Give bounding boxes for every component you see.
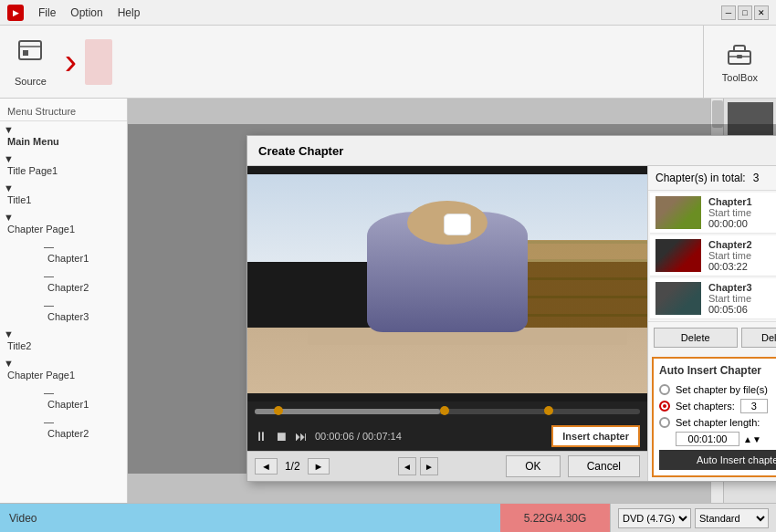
source-icon — [16, 37, 45, 72]
chapter-action-buttons: Delete Delete All — [648, 321, 776, 353]
list-item[interactable]: Chapter1 Start time 00:00:00 — [650, 193, 776, 234]
source-button[interactable]: Source — [0, 26, 61, 98]
tree-chapter2-t2[interactable]: — Chapter2 — [0, 413, 127, 443]
arrow-left-button[interactable]: ◄ — [398, 457, 416, 475]
status-size: 5.22G/4.30G — [500, 504, 610, 532]
radio-set-length-label: Set chapter length: — [676, 417, 760, 428]
chapter-list: Chapter1 Start time 00:00:00 Chapter2 St… — [648, 191, 776, 321]
chapter1-thumb — [655, 196, 701, 229]
chapter3-info: Chapter3 Start time 00:05:06 — [708, 282, 752, 315]
window-controls: ─ □ ✕ — [721, 5, 769, 20]
radio-row-length: Set chapter length: — [659, 415, 776, 430]
tree-main-menu[interactable]: ▼ Main Menu — [0, 121, 127, 151]
chapter3-thumb — [655, 282, 701, 315]
page-indicator: 1/2 — [285, 460, 300, 473]
auto-insert-section: Auto Insert Chapter Set chapter by file(… — [652, 357, 776, 477]
status-bar: Video 5.22G/4.30G DVD (4.7G) DVD (8.5G) … — [0, 503, 776, 532]
radio-set-chapters-label: Set chapters: — [676, 401, 735, 412]
chapter3-time-label: Start time — [708, 293, 752, 304]
toolbar: Source › ToolBox — [0, 26, 776, 99]
chapter-total-label: Chapter(s) in total: — [655, 172, 746, 184]
chapter3-time: 00:05:06 — [708, 304, 752, 315]
chapter2-thumb — [655, 239, 701, 272]
tree-title1[interactable]: ▼ Title1 — [0, 180, 127, 209]
radio-by-file-label: Set chapter by file(s) — [676, 384, 768, 395]
status-dvd: DVD (4.7G) DVD (8.5G) Standard Widescree… — [610, 504, 776, 532]
list-item[interactable]: Chapter2 Start time 00:03:22 — [650, 235, 776, 276]
status-video-label: Video — [0, 504, 500, 532]
source-label: Source — [15, 76, 47, 87]
video-area: ⏸ ⏹ ⏭ 00:00:06 / 00:07:14 Insert chapter… — [247, 166, 647, 481]
dvd-size-select[interactable]: DVD (4.7G) DVD (8.5G) — [618, 508, 691, 528]
tree-chapter-page1-t1[interactable]: ▼ Chapter Page1 — [0, 209, 127, 238]
sidebar: Menu Structure ▼ Main Menu ▼ Title Page1… — [0, 99, 128, 503]
ok-button[interactable]: OK — [506, 455, 560, 477]
nav-row: ◄ 1/2 ► ◄ ► OK Cancel — [247, 451, 647, 481]
chapter2-name: Chapter2 — [708, 239, 752, 250]
dialog-title-bar: Create Chapter ✕ — [247, 136, 776, 166]
svg-rect-0 — [19, 41, 41, 59]
radio-set-length[interactable] — [659, 417, 670, 428]
tree-chapter2-t1[interactable]: — Chapter2 — [0, 267, 127, 297]
chapter-length-input[interactable] — [676, 432, 739, 446]
nav-arrows: ◄ ► — [398, 457, 438, 475]
dialog-title-text: Create Chapter — [258, 144, 343, 158]
pause-button[interactable]: ⏸ — [255, 429, 267, 443]
chapter1-name: Chapter1 — [708, 196, 752, 207]
dialog-body: ⏸ ⏹ ⏭ 00:00:06 / 00:07:14 Insert chapter… — [247, 166, 776, 481]
create-chapter-dialog: Create Chapter ✕ — [246, 135, 776, 482]
radio-row-chapters: Set chapters: — [659, 397, 776, 415]
tree-title-page1[interactable]: ▼ Title Page1 — [0, 151, 127, 180]
arrow-right-button[interactable]: ► — [420, 457, 438, 475]
auto-insert-title: Auto Insert Chapter — [659, 364, 776, 377]
delete-button[interactable]: Delete — [654, 328, 738, 348]
chapters-count-input[interactable] — [740, 399, 768, 413]
stop-button[interactable]: ⏹ — [275, 429, 288, 443]
chapter-total-count: 3 — [753, 172, 760, 184]
chapter2-info: Chapter2 Start time 00:03:22 — [708, 239, 752, 272]
toolbox-icon — [725, 40, 754, 72]
next-page-button[interactable]: ► — [308, 458, 330, 475]
minimize-button[interactable]: ─ — [721, 5, 736, 20]
radio-by-file[interactable] — [659, 384, 670, 395]
prev-page-button[interactable]: ◄ — [255, 458, 278, 475]
sidebar-header: Menu Structure — [0, 102, 127, 121]
svg-rect-2 — [23, 50, 28, 56]
radio-set-chapters[interactable] — [659, 401, 670, 412]
list-item[interactable]: Chapter3 Start time 00:05:06 — [650, 278, 776, 319]
close-button[interactable]: ✕ — [754, 5, 769, 20]
chapter1-info: Chapter1 Start time 00:00:00 — [708, 196, 752, 229]
chapter-total: Chapter(s) in total: 3 — [648, 166, 776, 191]
standard-select[interactable]: Standard Widescreen — [695, 508, 769, 528]
svg-rect-5 — [737, 55, 742, 58]
insert-chapter-button[interactable]: Insert chapter — [551, 425, 640, 447]
time-display: 00:00:06 / 00:07:14 — [315, 431, 544, 442]
delete-all-button[interactable]: Delete All — [741, 328, 777, 348]
toolbox-section[interactable]: ToolBox — [703, 26, 776, 98]
toolbar-arrow: › — [61, 26, 80, 98]
tree-chapter3-t1[interactable]: — Chapter3 — [0, 297, 127, 326]
chapter2-time: 00:03:22 — [708, 261, 752, 272]
progress-bar[interactable] — [255, 409, 640, 414]
video-player[interactable] — [247, 166, 647, 402]
toolbox-label: ToolBox — [722, 72, 758, 83]
tree-title2[interactable]: ▼ Title2 — [0, 326, 127, 355]
next-frame-button[interactable]: ⏭ — [295, 429, 308, 443]
video-controls: ⏸ ⏹ ⏭ 00:00:06 / 00:07:14 Insert chapter — [247, 422, 647, 451]
chapter1-time: 00:00:00 — [708, 218, 752, 229]
length-spinner[interactable]: ▲▼ — [743, 434, 761, 444]
chapter3-name: Chapter3 — [708, 282, 752, 293]
cancel-button[interactable]: Cancel — [568, 455, 640, 477]
chapter1-time-label: Start time — [708, 207, 752, 218]
chapter2-time-label: Start time — [708, 250, 752, 261]
tree-chapter1-t2[interactable]: — Chapter1 — [0, 384, 127, 413]
tree-chapter-page1-t2[interactable]: ▼ Chapter Page1 — [0, 355, 127, 384]
tree-chapter1-t1[interactable]: — Chapter1 — [0, 238, 127, 267]
auto-insert-chapter-button[interactable]: Auto Insert chapter — [659, 450, 776, 470]
radio-row-file: Set chapter by file(s) — [659, 382, 776, 397]
maximize-button[interactable]: □ — [738, 5, 752, 20]
app-icon — [7, 5, 24, 21]
menu-option[interactable]: Option — [70, 6, 102, 19]
menu-help[interactable]: Help — [118, 6, 141, 19]
menu-file[interactable]: File — [38, 6, 56, 19]
